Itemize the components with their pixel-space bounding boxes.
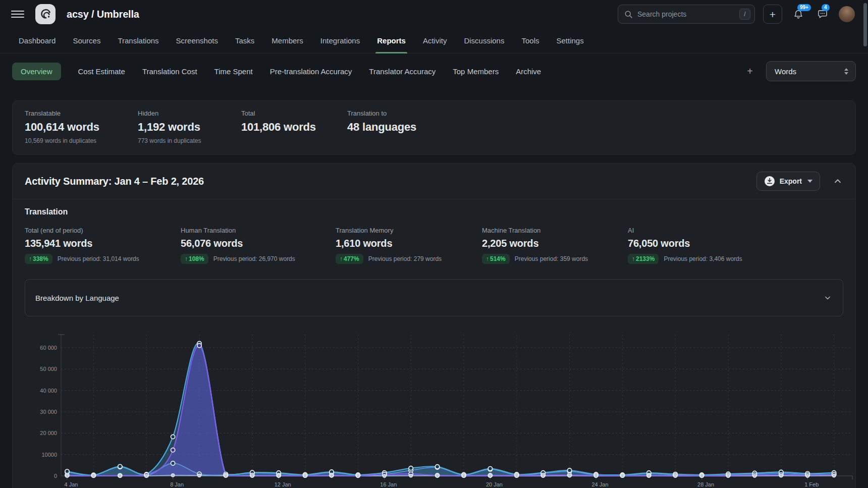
select-arrows-icon [844, 68, 848, 75]
metric-value: 76,050 words [628, 238, 742, 249]
stat-label: Translatable [25, 110, 138, 117]
stat-hidden: Hidden1,192 words773 words in duplicates [138, 110, 241, 144]
metric-value: 1,610 words [336, 238, 482, 249]
stat-label: Translation to [347, 110, 416, 117]
chevron-down-icon [823, 293, 833, 303]
stat-value: 100,614 words [25, 121, 138, 134]
metric-ai: AI76,050 words↑2133%Previous period: 3,4… [628, 227, 742, 264]
previous-period-text: Previous period: 279 words [368, 255, 442, 262]
subtab-time-spent[interactable]: Time Spent [214, 63, 253, 80]
svg-text:30 000: 30 000 [40, 409, 57, 415]
export-button[interactable]: Export [756, 172, 820, 191]
user-avatar[interactable] [839, 6, 855, 22]
svg-text:40 000: 40 000 [40, 388, 57, 394]
svg-text:1 Feb: 1 Feb [804, 481, 819, 487]
stat-value: 1,192 words [138, 121, 241, 134]
translation-metrics: Total (end of period)135,941 words↑338%P… [25, 227, 843, 264]
subtab-top-members[interactable]: Top Members [453, 63, 499, 80]
metric-machine-translation: Machine Translation2,205 words↑514%Previ… [482, 227, 628, 264]
stat-note: 10,569 words in duplicates [25, 137, 138, 144]
activity-chart[interactable]: 01000020 00030 00040 00050 00060 0004 Ja… [19, 330, 843, 488]
previous-period-text: Previous period: 3,406 words [664, 255, 742, 262]
subtab-cost-estimate[interactable]: Cost Estimate [78, 63, 125, 80]
messages-badge: 4 [822, 4, 830, 11]
previous-period-text: Previous period: 31,014 words [58, 255, 139, 262]
change-badge: ↑108% [181, 254, 208, 264]
stat-translation-to: Translation to48 languages [347, 110, 416, 144]
nav-tab-reports[interactable]: Reports [377, 28, 406, 53]
subtab-archive[interactable]: Archive [516, 63, 541, 80]
nav-tab-tools[interactable]: Tools [521, 28, 539, 53]
search-icon [624, 10, 633, 19]
nav-tab-activity[interactable]: Activity [423, 28, 447, 53]
add-report-button[interactable]: + [747, 66, 753, 77]
download-icon [764, 176, 775, 187]
collapse-section-button[interactable] [832, 176, 843, 187]
search-input[interactable] [637, 10, 735, 18]
search-shortcut-hint: / [739, 9, 750, 20]
stat-total: Total101,806 words [241, 110, 347, 144]
svg-text:20 000: 20 000 [40, 430, 57, 436]
nav-tab-translations[interactable]: Translations [118, 28, 158, 53]
metric-human-translation: Human Translation56,076 words↑108%Previo… [181, 227, 336, 264]
svg-text:8 Jan: 8 Jan [170, 481, 184, 487]
translation-section-title: Translation [25, 207, 843, 216]
menu-icon[interactable] [11, 9, 24, 19]
nav-tab-sources[interactable]: Sources [73, 28, 100, 53]
metric-change-row: ↑2133%Previous period: 3,406 words [628, 254, 742, 264]
breakdown-by-language-toggle[interactable]: Breakdown by Language [25, 279, 843, 316]
metric-label: Translation Memory [336, 227, 482, 234]
stat-translatable: Translatable100,614 words10,569 words in… [25, 110, 138, 144]
trend-up-icon: ↑ [29, 255, 32, 262]
topbar-right: / + 99+ 4 [618, 5, 855, 24]
nav-tab-discussions[interactable]: Discussions [464, 28, 504, 53]
nav-tab-settings[interactable]: Settings [556, 28, 583, 53]
change-percent: 2133% [636, 255, 655, 262]
activity-summary-header: Activity Summary: Jan 4 – Feb 2, 2026 Ex… [13, 164, 855, 199]
nav-tab-integrations[interactable]: Integrations [320, 28, 360, 53]
nav-tab-tasks[interactable]: Tasks [235, 28, 254, 53]
nav-tab-members[interactable]: Members [272, 28, 303, 53]
subtab-overview[interactable]: Overview [12, 63, 61, 80]
previous-period-text: Previous period: 359 words [515, 255, 588, 262]
scrollbar-thumb[interactable] [863, 3, 867, 46]
main-nav: DashboardSourcesTranslationsScreenshotsT… [0, 28, 868, 53]
activity-chart-svg[interactable]: 01000020 00030 00040 00050 00060 0004 Ja… [19, 330, 856, 488]
activity-summary-title: Activity Summary: Jan 4 – Feb 2, 2026 [25, 176, 204, 187]
subtabs-right: + Words [747, 61, 856, 81]
metric-total-end-of-period: Total (end of period)135,941 words↑338%P… [25, 227, 181, 264]
svg-text:28 Jan: 28 Jan [697, 481, 714, 487]
messages-button[interactable]: 4 [815, 6, 831, 22]
svg-text:24 Jan: 24 Jan [591, 481, 608, 487]
trend-up-icon: ↑ [486, 255, 489, 262]
change-percent: 338% [33, 255, 48, 262]
notifications-badge: 99+ [797, 4, 811, 11]
app-logo[interactable] [35, 4, 56, 24]
metric-label: Machine Translation [482, 227, 628, 234]
metric-label: AI [628, 227, 742, 234]
stat-value: 48 languages [347, 121, 416, 134]
activity-summary-actions: Export [756, 172, 843, 191]
metric-value: 135,941 words [25, 238, 181, 249]
subtab-translator-accuracy[interactable]: Translator Accuracy [369, 63, 436, 80]
chevron-up-icon [832, 176, 843, 187]
metric-value: 2,205 words [482, 238, 628, 249]
activity-summary-body: Translation Total (end of period)135,941… [13, 199, 855, 488]
subtab-pre-translation-accuracy[interactable]: Pre-translation Accuracy [270, 63, 352, 80]
metric-label: Human Translation [181, 227, 336, 234]
search-box[interactable]: / [618, 5, 755, 24]
nav-tab-screenshots[interactable]: Screenshots [176, 28, 218, 53]
metric-change-row: ↑477%Previous period: 279 words [336, 254, 482, 264]
unit-select[interactable]: Words [766, 61, 856, 81]
metric-label: Total (end of period) [25, 227, 181, 234]
subtab-translation-cost[interactable]: Translation Cost [142, 63, 197, 80]
stat-label: Total [241, 110, 347, 117]
create-project-button[interactable]: + [763, 5, 782, 24]
crowdin-bird-icon [35, 4, 56, 24]
notifications-button[interactable]: 99+ [790, 6, 806, 22]
nav-tab-dashboard[interactable]: Dashboard [19, 28, 56, 53]
change-badge: ↑338% [25, 254, 52, 264]
trend-up-icon: ↑ [632, 255, 635, 262]
change-badge: ↑514% [482, 254, 510, 264]
stat-label: Hidden [138, 110, 241, 117]
